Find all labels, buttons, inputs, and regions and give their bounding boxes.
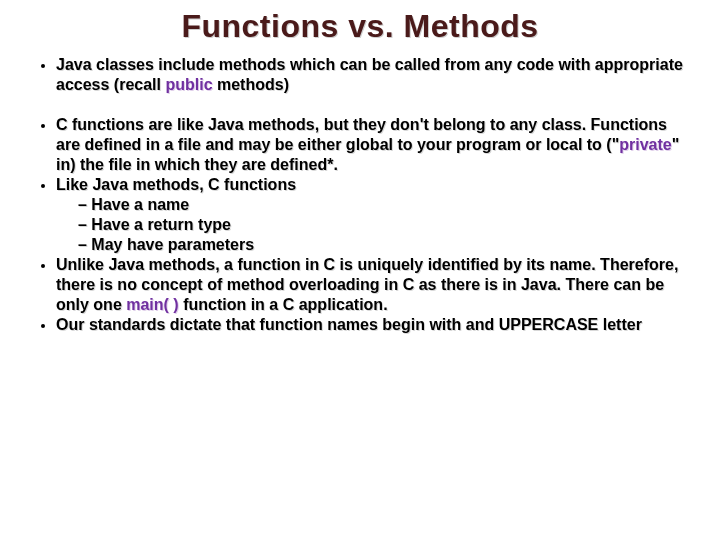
bullet-3-sub-3: May have parameters	[78, 235, 692, 255]
bullet-3-text: Like Java methods, C functions	[56, 176, 296, 193]
keyword-main: main( )	[126, 296, 178, 313]
bullet-3: Like Java methods, C functions Have a na…	[56, 175, 692, 255]
bullet-1-text-a: Java classes include methods which can b…	[56, 56, 683, 93]
bullet-4-text-b: function in a C application.	[179, 296, 388, 313]
bullet-1-text-b: methods)	[213, 76, 289, 93]
bullet-3-sub-2: Have a return type	[78, 215, 692, 235]
keyword-public: public	[165, 76, 212, 93]
slide-title: Functions vs. Methods	[28, 8, 692, 45]
bullet-2-text-a: C functions are like Java methods, but t…	[56, 116, 667, 153]
bullet-5: Our standards dictate that function name…	[56, 315, 692, 335]
slide: Functions vs. Methods Java classes inclu…	[0, 0, 720, 540]
bullet-list: Java classes include methods which can b…	[28, 55, 692, 335]
bullet-2: C functions are like Java methods, but t…	[56, 115, 692, 175]
bullet-3-sublist: Have a name Have a return type May have …	[56, 195, 692, 255]
bullet-4: Unlike Java methods, a function in C is …	[56, 255, 692, 315]
bullet-1: Java classes include methods which can b…	[56, 55, 692, 95]
bullet-3-sub-1: Have a name	[78, 195, 692, 215]
keyword-private: private	[619, 136, 671, 153]
